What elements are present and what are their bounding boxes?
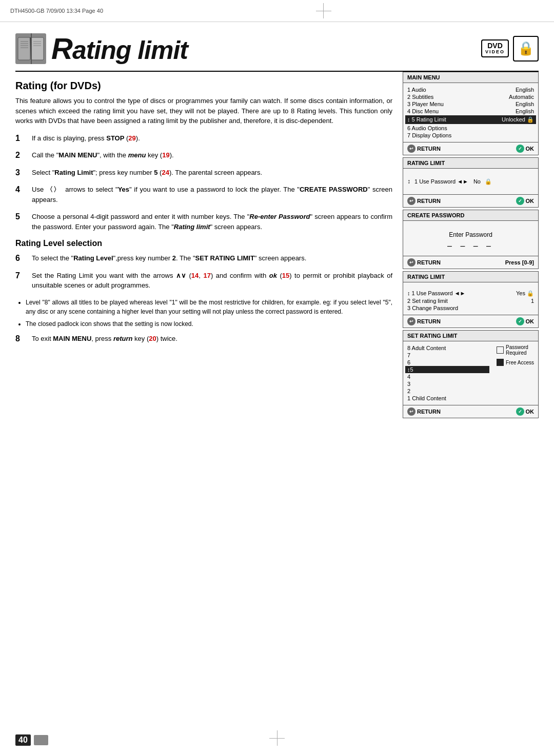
level-8: 8 Adult Content xyxy=(407,344,487,352)
left-column: Rating (for DVDs) This feature allows yo… xyxy=(15,72,403,420)
main-menu-footer: ↩ RETURN ✓ OK xyxy=(403,142,538,155)
level-4-label: 4 xyxy=(407,374,487,380)
create-password-body: Enter Password – – – – xyxy=(403,221,538,256)
level-3: 3 xyxy=(407,380,487,387)
create-password-screen: CREATE PASSWORD Enter Password – – – – ↩… xyxy=(403,210,539,269)
return-label-4: RETURN xyxy=(417,318,441,324)
rating-limit-2-footer: ↩ RETURN ✓ OK xyxy=(403,315,538,328)
create-password-title: CREATE PASSWORD xyxy=(403,210,538,221)
rating-levels-list: 8 Adult Content 7 6 ↕ 5 4 xyxy=(407,344,487,402)
menu-row-4-value: English xyxy=(516,108,534,114)
set-rating-footer: ↩ RETURN ✓ OK xyxy=(403,405,538,418)
step-3-num: 3 xyxy=(15,168,26,177)
step-8-num: 8 xyxy=(15,334,26,343)
level-6: 6 xyxy=(407,359,487,366)
set-rating-limit-screen: SET RATING LIMIT 8 Adult Content 7 6 xyxy=(403,330,539,418)
step-1-text: If a disc is playing, press STOP (29). xyxy=(32,133,140,144)
return-icon: ↩ xyxy=(407,145,416,153)
rating-limit-screen-1: RATING LIMIT ↕ 1 Use Password ◄► No 🔒 ↩ … xyxy=(403,157,539,208)
legend-free-label: Free Access xyxy=(506,360,534,365)
menu-row-1-label: 1 Audio xyxy=(407,87,426,93)
step-6-num: 6 xyxy=(15,254,26,263)
book-icon xyxy=(15,33,46,64)
rating-2-row-1-value: Yes 🔒 xyxy=(516,290,534,297)
create-pwd-return: ↩ RETURN xyxy=(407,258,441,267)
rating-1-return: ↩ RETURN xyxy=(407,197,441,205)
level-7: 7 xyxy=(407,352,487,359)
menu-row-3: 3 Player Menu English xyxy=(407,100,534,108)
menu-row-1: 1 Audio English xyxy=(407,86,534,93)
right-column: MAIN MENU 1 Audio English 2 Subtitles Au… xyxy=(403,72,539,420)
ok-label-4: OK xyxy=(526,408,535,415)
lock-icon-small: 🔒 xyxy=(485,178,492,185)
menu-row-2-label: 2 Subtitles xyxy=(407,94,433,100)
rating-limit-1-title: RATING LIMIT xyxy=(403,158,538,169)
section-heading: Rating (for DVDs) xyxy=(15,80,377,92)
step-3-text: Select "Rating Limit"; press key number … xyxy=(32,168,262,178)
rating-1-ok: ✓ OK xyxy=(516,197,535,205)
return-icon-2: ↩ xyxy=(407,197,416,205)
menu-row-2: 2 Subtitles Automatic xyxy=(407,93,534,100)
return-label-2: RETURN xyxy=(417,198,441,204)
main-menu-title: MAIN MENU xyxy=(403,72,538,83)
video-label: VIDEO xyxy=(485,50,505,55)
set-rating-title: SET RATING LIMIT xyxy=(403,331,538,341)
rating-2-row-2-label: 2 Set rating limit xyxy=(407,298,448,304)
title-rest: ating limit xyxy=(72,36,188,65)
return-icon-4: ↩ xyxy=(407,317,416,325)
set-rating-ok: ✓ OK xyxy=(516,407,535,416)
password-dashes: – – – – xyxy=(403,241,538,251)
menu-row-3-value: English xyxy=(516,101,534,107)
return-icon-5: ↩ xyxy=(407,407,416,416)
ok-icon-4: ✓ xyxy=(516,407,524,416)
step-7: 7 Set the Rating Limit you want with the… xyxy=(15,271,392,291)
step-2-num: 2 xyxy=(15,151,26,160)
legend-free-access: Free Access xyxy=(497,359,534,366)
menu-row-5-value: Unlocked 🔒 xyxy=(502,116,534,123)
use-password-label: 1 Use Password ◄► xyxy=(414,178,468,185)
level-8-label: 8 Adult Content xyxy=(407,345,487,351)
return-icon-3: ↩ xyxy=(407,258,416,267)
level-2-label: 2 xyxy=(407,388,487,394)
bullet-1: Level "8" allows all titles to be played… xyxy=(26,298,392,316)
svg-line-2 xyxy=(30,37,31,60)
level-6-label: 6 xyxy=(407,359,487,365)
rating-limit-screen-2: RATING LIMIT ↕ 1 Use Password ◄► Yes 🔒 2… xyxy=(403,271,539,328)
legend-password-label: PasswordRequired xyxy=(506,344,528,356)
dvd-label: DVD xyxy=(485,42,505,50)
level-4: 4 xyxy=(407,373,487,380)
ok-icon-2: ✓ xyxy=(516,197,524,205)
main-menu-body: 1 Audio English 2 Subtitles Automatic 3 … xyxy=(403,83,538,142)
step-6: 6 To select the "Rating Level",press key… xyxy=(15,253,392,263)
ok-label-2: OK xyxy=(526,198,535,204)
level-5: ↕ 5 xyxy=(405,366,489,373)
level-7-label: 7 xyxy=(407,352,487,358)
level-3-label: 3 xyxy=(407,381,487,387)
menu-row-3-label: 3 Player Menu xyxy=(407,101,444,107)
rating-2-row-2: 2 Set rating limit 1 xyxy=(407,297,534,304)
page-number: 40 xyxy=(15,734,31,746)
lock-badge: 🔒 xyxy=(513,36,539,62)
legend-filled-box xyxy=(497,359,504,366)
step-1-num: 1 xyxy=(15,134,26,143)
title-text: Rating limit xyxy=(51,31,188,66)
header-bar: DTH4500-GB 7/09/00 13:34 Page 40 xyxy=(0,0,554,22)
enter-password-label: Enter Password xyxy=(403,231,538,238)
rating-limit-1-body: ↕ 1 Use Password ◄► No 🔒 xyxy=(403,169,538,194)
page-book-icon xyxy=(34,735,48,745)
level-2: 2 xyxy=(407,387,487,395)
step-4-text: Use 〈〉 arrows to select "Yes" if you wan… xyxy=(32,185,392,205)
rating-2-row-3: 3 Change Password xyxy=(407,304,534,312)
rating-limit-1-footer: ↩ RETURN ✓ OK xyxy=(403,194,538,207)
legend-password-required: PasswordRequired xyxy=(497,344,534,356)
rating-limit-1-row: ↕ 1 Use Password ◄► No 🔒 xyxy=(407,177,534,186)
level-5-label: 5 xyxy=(410,366,487,373)
step-2-text: Call the "MAIN MENU", with the menu key … xyxy=(32,150,174,160)
brand-icons: DVD VIDEO 🔒 xyxy=(481,36,539,62)
return-label: RETURN xyxy=(417,146,441,152)
rating-2-row-1-label: ↕ 1 Use Password ◄► xyxy=(407,290,465,297)
set-rating-content: 8 Adult Content 7 6 ↕ 5 4 xyxy=(407,344,534,402)
ok-label: OK xyxy=(526,146,535,152)
r-letter: R xyxy=(51,32,72,65)
main-menu-return: ↩ RETURN xyxy=(407,145,441,153)
